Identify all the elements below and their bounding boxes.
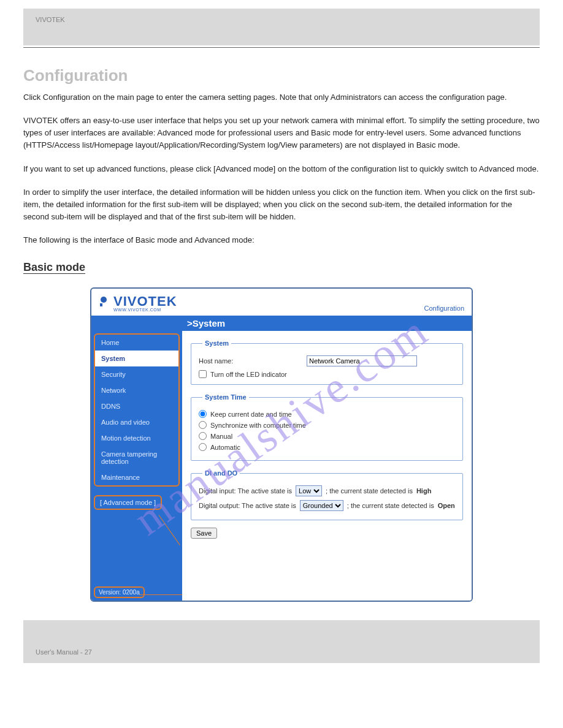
intro-1: Click Configuration on the main page to … <box>23 91 540 104</box>
do-select[interactable]: Grounded <box>300 500 343 511</box>
time-opt-sync-label: Synchronize with computer time <box>210 422 306 429</box>
time-opt-manual[interactable] <box>199 432 207 440</box>
host-name-input[interactable] <box>307 355 417 366</box>
top-divider <box>23 45 540 48</box>
intro-2: VIVOTEK offers an easy-to-use user inter… <box>23 115 540 151</box>
nav-maintenance[interactable]: Maintenance <box>95 469 178 485</box>
footer-left: User's Manual - 27 <box>36 648 92 656</box>
nav-camera-tampering[interactable]: Camera tampering detection <box>95 446 178 469</box>
system-legend: System <box>202 339 231 347</box>
advanced-mode-toggle[interactable]: [ Advanced mode ] <box>94 495 162 510</box>
time-opt-sync[interactable] <box>199 421 207 429</box>
page-title-bar: >System <box>91 316 472 331</box>
svg-point-0 <box>101 297 107 303</box>
top-banner: VIVOTEK <box>23 9 540 45</box>
basic-mode-heading: Basic mode <box>23 261 540 274</box>
time-opt-manual-label: Manual <box>210 433 232 440</box>
save-button[interactable]: Save <box>191 528 217 539</box>
led-label: Turn off the LED indicator <box>210 371 287 378</box>
nav-audio-video[interactable]: Audio and video <box>95 414 178 430</box>
do-suffix: ; the current state detected is <box>347 502 434 509</box>
nav-group-highlight: Home System Security Network DDNS Audio … <box>94 333 180 487</box>
svg-rect-1 <box>100 303 102 306</box>
time-opt-keep-label: Keep current date and time <box>210 411 292 418</box>
nav-system[interactable]: System <box>95 351 178 366</box>
host-name-label: Host name: <box>199 357 303 365</box>
system-fieldset: System Host name: Turn off the LED indic… <box>191 339 463 385</box>
main-panel: System Host name: Turn off the LED indic… <box>182 331 472 601</box>
version-label: Version: 0200a <box>94 586 145 598</box>
system-time-fieldset: System Time Keep current date and time S… <box>191 393 463 461</box>
di-select[interactable]: Low <box>296 485 322 496</box>
time-opt-auto[interactable] <box>199 443 207 451</box>
sidebar: Home System Security Network DDNS Audio … <box>91 331 182 601</box>
figure-header: VIVOTEK WWW.VIVOTEK.COM Configuration <box>91 289 472 316</box>
di-prefix: Digital input: The active state is <box>199 487 292 495</box>
intro-3: If you want to set up advanced functions… <box>23 163 540 175</box>
nav-motion-detection[interactable]: Motion detection <box>95 430 178 446</box>
top-banner-left: VIVOTEK <box>36 16 65 23</box>
bottom-banner: User's Manual - 27 <box>23 620 540 663</box>
time-opt-keep[interactable] <box>199 410 207 418</box>
di-suffix: ; the current state detected is <box>326 487 413 495</box>
nav-ddns[interactable]: DDNS <box>95 398 178 414</box>
system-time-legend: System Time <box>202 393 249 401</box>
time-opt-auto-label: Automatic <box>210 444 240 451</box>
nav-home[interactable]: Home <box>95 335 178 351</box>
camera-icon <box>99 295 111 308</box>
section-title: Configuration <box>23 66 540 85</box>
nav-security[interactable]: Security <box>95 366 178 382</box>
config-screenshot: VIVOTEK WWW.VIVOTEK.COM Configuration >S… <box>90 287 473 602</box>
di-do-fieldset: DI and DO Digital input: The active stat… <box>191 469 463 520</box>
do-state: Open <box>438 502 455 509</box>
di-do-legend: DI and DO <box>202 469 240 477</box>
do-prefix: Digital output: The active state is <box>199 502 296 509</box>
di-state: High <box>416 487 431 495</box>
intro-legend: In order to simplify the user interface,… <box>23 186 540 223</box>
nav-network[interactable]: Network <box>95 382 178 398</box>
intro-following: The following is the interface of Basic … <box>23 234 540 246</box>
led-checkbox[interactable] <box>199 370 207 378</box>
configuration-link[interactable]: Configuration <box>424 305 464 312</box>
